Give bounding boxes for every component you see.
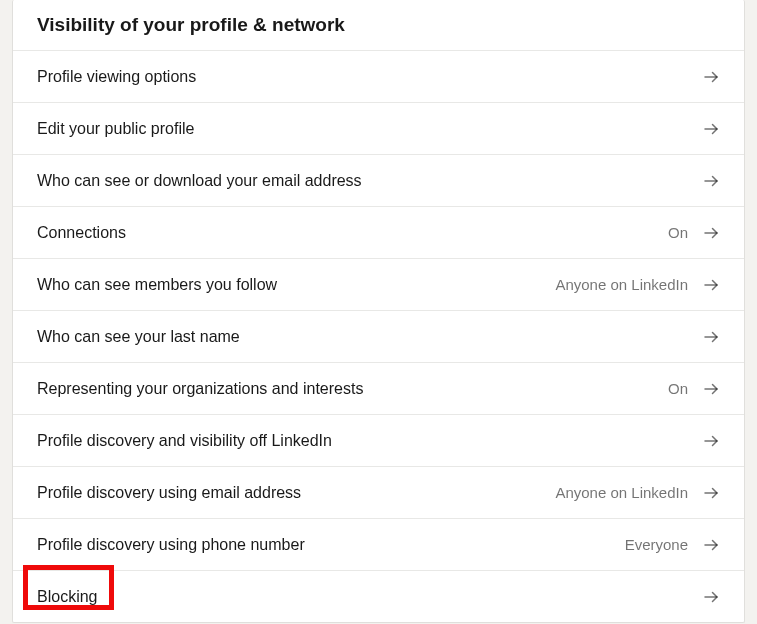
setting-right [688, 328, 720, 346]
setting-label: Connections [37, 224, 126, 242]
arrow-right-icon [702, 120, 720, 138]
setting-right [688, 588, 720, 606]
arrow-right-icon [702, 276, 720, 294]
setting-value: On [668, 224, 688, 241]
setting-label: Blocking [37, 588, 97, 606]
setting-representing-organizations[interactable]: Representing your organizations and inte… [13, 362, 744, 414]
setting-right [688, 68, 720, 86]
setting-right [688, 172, 720, 190]
setting-right: Anyone on LinkedIn [555, 276, 720, 294]
arrow-right-icon [702, 68, 720, 86]
setting-right [688, 120, 720, 138]
arrow-right-icon [702, 484, 720, 502]
setting-right: Everyone [625, 536, 720, 554]
setting-label: Who can see or download your email addre… [37, 172, 362, 190]
setting-value: On [668, 380, 688, 397]
setting-label: Who can see your last name [37, 328, 240, 346]
setting-right: On [668, 380, 720, 398]
setting-blocking[interactable]: Blocking [13, 570, 744, 622]
setting-profile-discovery-off-linkedin[interactable]: Profile discovery and visibility off Lin… [13, 414, 744, 466]
setting-email-visibility[interactable]: Who can see or download your email addre… [13, 154, 744, 206]
setting-profile-discovery-email[interactable]: Profile discovery using email address An… [13, 466, 744, 518]
arrow-right-icon [702, 432, 720, 450]
arrow-right-icon [702, 536, 720, 554]
setting-label: Profile discovery using phone number [37, 536, 305, 554]
setting-label: Profile discovery and visibility off Lin… [37, 432, 332, 450]
setting-right: On [668, 224, 720, 242]
setting-value: Anyone on LinkedIn [555, 276, 688, 293]
arrow-right-icon [702, 172, 720, 190]
setting-last-name-visibility[interactable]: Who can see your last name [13, 310, 744, 362]
setting-value: Everyone [625, 536, 688, 553]
setting-profile-discovery-phone[interactable]: Profile discovery using phone number Eve… [13, 518, 744, 570]
arrow-right-icon [702, 328, 720, 346]
setting-edit-public-profile[interactable]: Edit your public profile [13, 102, 744, 154]
setting-label: Profile viewing options [37, 68, 196, 86]
setting-connections[interactable]: Connections On [13, 206, 744, 258]
settings-panel: Visibility of your profile & network Pro… [12, 0, 745, 623]
arrow-right-icon [702, 380, 720, 398]
setting-label: Edit your public profile [37, 120, 194, 138]
setting-label: Representing your organizations and inte… [37, 380, 363, 398]
setting-value: Anyone on LinkedIn [555, 484, 688, 501]
setting-right [688, 432, 720, 450]
setting-profile-viewing-options[interactable]: Profile viewing options [13, 50, 744, 102]
setting-label: Profile discovery using email address [37, 484, 301, 502]
setting-right: Anyone on LinkedIn [555, 484, 720, 502]
arrow-right-icon [702, 588, 720, 606]
setting-label: Who can see members you follow [37, 276, 277, 294]
setting-members-you-follow[interactable]: Who can see members you follow Anyone on… [13, 258, 744, 310]
section-title: Visibility of your profile & network [13, 0, 744, 50]
arrow-right-icon [702, 224, 720, 242]
